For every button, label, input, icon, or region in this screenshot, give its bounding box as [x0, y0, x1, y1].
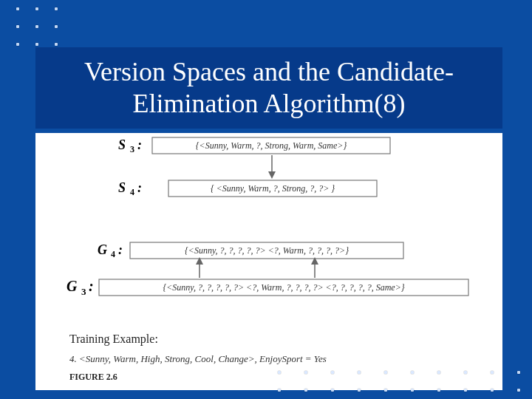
figure-caption: FIGURE 2.6 — [69, 372, 117, 383]
content-s4: { <Sunny, Warm, ?, Strong, ?, ?> } — [211, 183, 335, 194]
training-example: 4. <Sunny, Warm, High, Strong, Cool, Cha… — [69, 353, 454, 365]
label-g4-sub: 4 — [111, 249, 115, 259]
label-g3-sub: 3 — [81, 286, 86, 297]
label-s3-sub: 3 — [130, 144, 134, 154]
label-g4-colon: : — [118, 242, 123, 257]
training-example-text: <Sunny, Warm, High, Strong, Cool, Change… — [79, 353, 327, 364]
label-g3-main: G — [66, 278, 78, 294]
label-g4-main: G — [98, 242, 107, 257]
label-s4-colon: : — [137, 180, 142, 195]
slide-title-band: Version Spaces and the Candidate-Elimina… — [35, 47, 502, 129]
content-s3: {<Sunny, Warm, ?, Strong, Warm, Same>} — [196, 140, 347, 151]
slide-title: Version Spaces and the Candidate-Elimina… — [43, 56, 495, 120]
corner-dots-bottom-right — [278, 371, 520, 392]
label-s4-sub: 4 — [130, 187, 134, 197]
arrowhead-s3-to-s4 — [268, 171, 276, 179]
content-g4: {<Sunny, ?, ?, ?, ?, ?> <?, Warm, ?, ?, … — [185, 245, 349, 256]
training-heading: Training Example: — [69, 332, 454, 346]
label-g3-colon: : — [89, 278, 94, 294]
content-g3: {<Sunny, ?, ?, ?, ?, ?> <?, Warm, ?, ?, … — [163, 282, 404, 293]
label-s3-main: S — [118, 137, 126, 152]
training-example-num: 4. — [69, 353, 77, 364]
corner-dots-top-left — [16, 7, 58, 46]
slide: Version Spaces and the Candidate-Elimina… — [0, 0, 532, 399]
figure-panel: S 3 : {<Sunny, Warm, ?, Strong, Warm, Sa… — [35, 133, 502, 390]
training-block: Training Example: 4. <Sunny, Warm, High,… — [69, 332, 454, 365]
label-s4-main: S — [118, 180, 126, 195]
label-s3-colon: : — [137, 137, 142, 152]
